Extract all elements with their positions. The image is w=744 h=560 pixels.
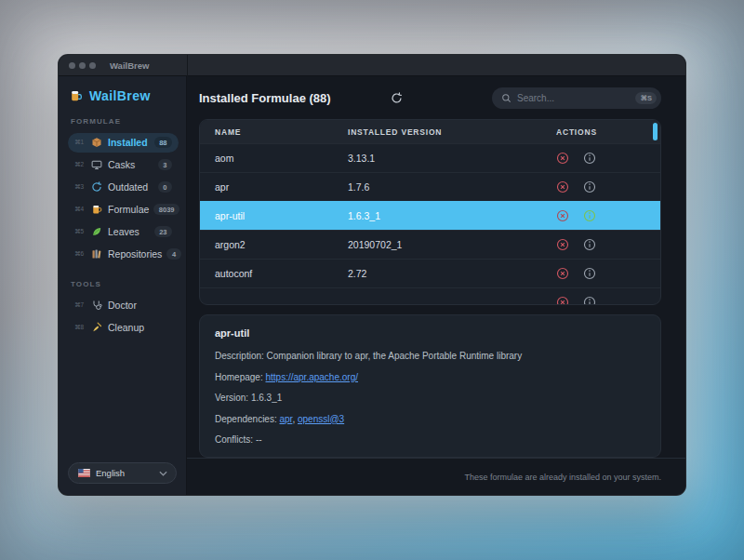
refresh-icon xyxy=(90,181,103,193)
sidebar-item-repositories[interactable]: ⌘6 Repositories 4 xyxy=(68,245,179,264)
shortcut-label: ⌘4 xyxy=(74,206,86,213)
sidebar-item-label: Casks xyxy=(108,159,135,170)
books-icon xyxy=(90,248,103,260)
search-icon xyxy=(501,93,512,103)
dependency-link-openssl[interactable]: openssl@3 xyxy=(298,414,344,424)
display-icon xyxy=(90,159,103,170)
sidebar-item-leaves[interactable]: ⌘5 Leaves 23 xyxy=(68,222,179,242)
uninstall-icon[interactable] xyxy=(556,296,569,305)
status-note: These formulae are already installed on … xyxy=(464,473,661,482)
shortcut-label: ⌘7 xyxy=(74,301,86,309)
desktop-background: WailBrew WailBrew FORMULAE ⌘1 I xyxy=(0,0,744,560)
sidebar-item-label: Doctor xyxy=(108,300,137,311)
count-badge: 0 xyxy=(158,181,172,193)
shortcut-label: ⌘1 xyxy=(74,139,86,146)
app-logo-icon xyxy=(70,88,83,103)
detail-description: Description: Companion library to apr, t… xyxy=(215,351,645,361)
beer-icon xyxy=(90,204,103,215)
detail-dependencies: Dependencies: apr, openssl@3 xyxy=(215,414,645,424)
main-header: Installed Formulae (88) ⌘S xyxy=(187,76,685,119)
count-badge: 23 xyxy=(154,226,172,237)
uninstall-icon[interactable] xyxy=(556,180,569,193)
formula-detail-panel: apr-util Description: Companion library … xyxy=(199,314,661,458)
table-row-apr[interactable]: apr 1.7.6 xyxy=(200,172,660,201)
tools-section-label: TOOLS xyxy=(59,280,186,288)
language-label: English xyxy=(96,468,125,478)
close-window-button[interactable] xyxy=(69,62,75,69)
formula-version: 3.13.1 xyxy=(348,153,556,164)
formula-version: 1.7.6 xyxy=(348,181,556,193)
count-badge: 88 xyxy=(154,137,172,148)
package-icon xyxy=(90,137,103,148)
formula-name: apr-util xyxy=(200,210,348,221)
us-flag-icon xyxy=(77,469,90,477)
zoom-window-button[interactable] xyxy=(89,62,96,69)
table-row-aom[interactable]: aom 3.13.1 xyxy=(200,143,660,172)
app-brand: WailBrew xyxy=(89,88,151,103)
sidebar-item-installed[interactable]: ⌘1 Installed 88 xyxy=(68,133,179,153)
uninstall-icon[interactable] xyxy=(556,152,569,165)
titlebar: WailBrew xyxy=(59,55,685,76)
formula-name: apr xyxy=(200,181,348,193)
language-select[interactable]: English xyxy=(68,462,177,484)
shortcut-label: ⌘6 xyxy=(74,250,86,258)
info-icon[interactable] xyxy=(583,209,596,222)
sidebar-item-label: Installed xyxy=(108,137,148,148)
sidebar-item-label: Cleanup xyxy=(108,322,144,333)
column-header-name: NAME xyxy=(200,127,348,137)
formula-version: 1.6.3_1 xyxy=(348,210,556,221)
table-scrollbar[interactable] xyxy=(653,123,658,140)
search-box: ⌘S xyxy=(492,87,661,109)
formula-name: autoconf xyxy=(200,268,348,279)
sidebar-item-label: Repositories xyxy=(108,248,162,260)
page-title: Installed Formulae (88) xyxy=(199,91,331,105)
leaf-icon xyxy=(90,226,103,237)
detail-version: Version: 1.6.3_1 xyxy=(215,393,645,403)
formula-version: 2.72 xyxy=(348,268,556,279)
broom-icon xyxy=(90,322,103,333)
info-icon[interactable] xyxy=(583,267,596,280)
column-header-version: INSTALLED VERSION xyxy=(348,127,556,137)
count-badge: 8039 xyxy=(153,204,179,215)
formulae-table: NAME INSTALLED VERSION ACTIONS aom 3.13.… xyxy=(199,119,661,305)
detail-title: apr-util xyxy=(215,327,645,339)
search-shortcut-badge: ⌘S xyxy=(635,92,657,104)
window-title: WailBrew xyxy=(110,60,149,71)
sidebar-item-label: Formulae xyxy=(108,204,149,215)
refresh-button[interactable] xyxy=(391,92,403,104)
info-icon[interactable] xyxy=(583,296,596,305)
sidebar-item-outdated[interactable]: ⌘3 Outdated 0 xyxy=(68,178,179,197)
stethoscope-icon xyxy=(90,300,103,311)
chevron-down-icon xyxy=(159,471,167,476)
sidebar-item-doctor[interactable]: ⌘7 Doctor xyxy=(68,296,179,315)
formulae-section-label: FORMULAE xyxy=(59,117,186,126)
shortcut-label: ⌘2 xyxy=(74,161,86,168)
uninstall-icon[interactable] xyxy=(556,267,569,280)
table-row-autoconf[interactable]: autoconf 2.72 xyxy=(200,259,660,287)
search-input[interactable] xyxy=(517,93,630,103)
app-logo-row: WailBrew xyxy=(59,86,186,114)
info-icon[interactable] xyxy=(583,238,596,251)
dependency-link-apr[interactable]: apr xyxy=(280,414,293,424)
sidebar-item-formulae[interactable]: ⌘4 Formulae 8039 xyxy=(68,200,179,220)
sidebar-item-cleanup[interactable]: ⌘8 Cleanup xyxy=(68,318,179,338)
table-row-argon2[interactable]: argon2 20190702_1 xyxy=(200,230,660,259)
count-badge: 4 xyxy=(166,248,180,260)
table-row-apr-util-selected[interactable]: apr-util 1.6.3_1 xyxy=(200,201,660,230)
table-row-partial[interactable] xyxy=(200,287,660,305)
app-window: WailBrew WailBrew FORMULAE ⌘1 I xyxy=(58,54,686,496)
minimize-window-button[interactable] xyxy=(79,62,86,69)
sidebar: WailBrew FORMULAE ⌘1 Installed 88 ⌘2 xyxy=(59,76,187,495)
info-icon[interactable] xyxy=(583,152,596,165)
main-panel: Installed Formulae (88) ⌘S NAME xyxy=(187,76,685,495)
shortcut-label: ⌘3 xyxy=(74,183,86,191)
uninstall-icon[interactable] xyxy=(556,238,569,251)
count-badge: 3 xyxy=(158,159,172,170)
info-icon[interactable] xyxy=(583,180,596,193)
uninstall-icon[interactable] xyxy=(556,209,569,222)
sidebar-item-casks[interactable]: ⌘2 Casks 3 xyxy=(68,155,179,175)
titlebar-divider xyxy=(187,55,188,76)
status-bar: These formulae are already installed on … xyxy=(187,458,685,495)
formula-version: 20190702_1 xyxy=(348,239,556,250)
homepage-link[interactable]: https://apr.apache.org/ xyxy=(265,372,358,382)
